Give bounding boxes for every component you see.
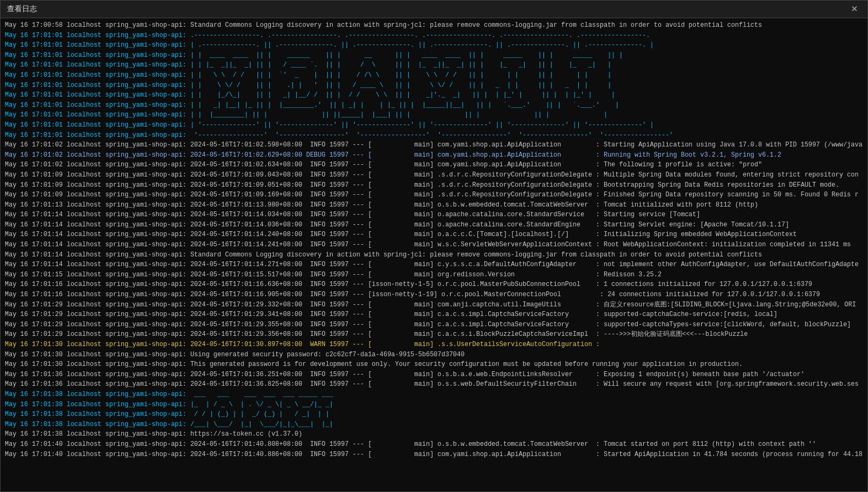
log-line: May 16 17:01:01 localhost spring_yami-sh… xyxy=(5,40,863,50)
log-line: May 16 17:01:30 localhost spring_yami-sh… xyxy=(5,340,863,350)
log-line: May 16 17:01:13 localhost spring_yami-sh… xyxy=(5,200,863,210)
close-button[interactable]: ✕ xyxy=(848,4,861,14)
log-line: May 16 17:01:01 localhost spring_yami-sh… xyxy=(5,110,863,120)
log-line: May 16 17:01:15 localhost spring_yami-sh… xyxy=(5,270,863,280)
log-line: May 16 17:01:29 localhost spring_yami-sh… xyxy=(5,300,863,310)
log-line: May 16 17:01:01 localhost spring_yami-sh… xyxy=(5,80,863,91)
log-line: May 16 17:01:01 localhost spring_yami-sh… xyxy=(5,100,863,111)
log-line: May 16 17:01:38 localhost spring_yami-sh… xyxy=(5,400,863,410)
log-line: May 16 17:01:29 localhost spring_yami-sh… xyxy=(5,329,863,340)
log-line: May 16 17:01:38 localhost spring_yami-sh… xyxy=(5,409,863,420)
log-line: May 16 17:01:01 localhost spring_yami-sh… xyxy=(5,31,863,41)
log-line: May 16 17:01:01 localhost spring_yami-sh… xyxy=(5,50,863,61)
log-line: May 16 17:01:14 localhost spring_yami-sh… xyxy=(5,210,863,220)
log-line: May 16 17:01:01 localhost spring_yami-sh… xyxy=(5,130,863,141)
log-line: May 16 17:01:36 localhost spring_yami-sh… xyxy=(5,370,863,380)
log-line: May 16 17:01:02 localhost spring_yami-sh… xyxy=(5,160,863,170)
log-line: May 16 17:01:14 localhost spring_yami-sh… xyxy=(5,250,863,260)
log-line: May 16 17:01:38 localhost spring_yami-sh… xyxy=(5,429,863,439)
log-line: May 16 17:01:14 localhost spring_yami-sh… xyxy=(5,230,863,240)
log-line: May 16 17:01:14 localhost spring_yami-sh… xyxy=(5,260,863,270)
log-line: May 16 17:01:30 localhost spring_yami-sh… xyxy=(5,350,863,360)
log-container[interactable]: May 16 17:00:58 localhost spring_yami-sh… xyxy=(1,18,867,491)
log-line: May 16 17:01:29 localhost spring_yami-sh… xyxy=(5,310,863,320)
log-line: May 16 17:01:01 localhost spring_yami-sh… xyxy=(5,70,863,80)
log-line: May 16 17:01:01 localhost spring_yami-sh… xyxy=(5,60,863,70)
log-line: May 16 17:01:30 localhost spring_yami-sh… xyxy=(5,359,863,370)
log-line: May 16 17:01:09 localhost spring_yami-sh… xyxy=(5,170,863,180)
log-line: May 16 17:01:01 localhost spring_yami-sh… xyxy=(5,90,863,100)
log-line: May 16 17:01:14 localhost spring_yami-sh… xyxy=(5,220,863,230)
title-bar: 查看日志 ✕ xyxy=(1,1,867,18)
log-line: May 16 17:01:09 localhost spring_yami-sh… xyxy=(5,190,863,200)
log-line: May 16 17:01:01 localhost spring_yami-sh… xyxy=(5,120,863,130)
log-line: May 16 17:01:36 localhost spring_yami-sh… xyxy=(5,379,863,390)
log-line: May 16 17:01:40 localhost spring_yami-sh… xyxy=(5,439,863,450)
log-window: 查看日志 ✕ May 16 17:00:58 localhost spring_… xyxy=(0,0,868,492)
log-line: May 16 17:01:16 localhost spring_yami-sh… xyxy=(5,290,863,300)
log-line: May 16 17:01:29 localhost spring_yami-sh… xyxy=(5,320,863,330)
log-line: May 16 17:01:09 localhost spring_yami-sh… xyxy=(5,180,863,190)
log-line: May 16 17:01:16 localhost spring_yami-sh… xyxy=(5,280,863,290)
log-line: May 16 17:01:38 localhost spring_yami-sh… xyxy=(5,420,863,430)
log-line: May 16 17:01:38 localhost spring_yami-sh… xyxy=(5,390,863,400)
log-line: May 16 17:01:02 localhost spring_yami-sh… xyxy=(5,140,863,150)
window-title: 查看日志 xyxy=(7,4,37,14)
log-line: May 16 17:01:40 localhost spring_yami-sh… xyxy=(5,450,863,460)
log-line: May 16 17:00:58 localhost spring_yami-sh… xyxy=(5,20,863,31)
log-line: May 16 17:01:14 localhost spring_yami-sh… xyxy=(5,240,863,250)
log-line: May 16 17:01:02 localhost spring_yami-sh… xyxy=(5,150,863,160)
